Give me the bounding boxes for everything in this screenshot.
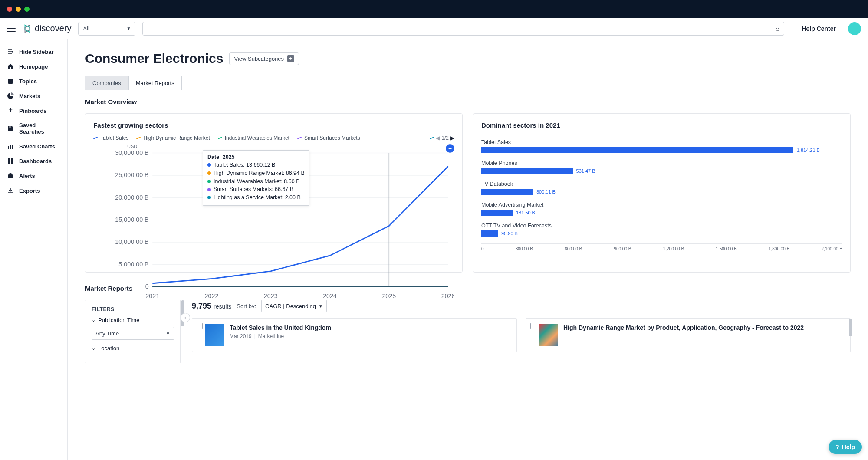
pin-icon bbox=[7, 107, 14, 114]
legend-item[interactable]: Industrial Wearables Market bbox=[218, 135, 289, 141]
bar-label: Mobile Phones bbox=[481, 160, 842, 166]
tab-companies[interactable]: Companies bbox=[85, 76, 128, 90]
legend-item[interactable]: Smart Surfaces Markets bbox=[297, 135, 360, 141]
sidebar-item-label: Pinboards bbox=[19, 108, 47, 114]
tab-market-reports[interactable]: Market Reports bbox=[128, 76, 182, 90]
sort-value: CAGR | Descending bbox=[265, 303, 316, 309]
sidebar-item-saved-charts[interactable]: Saved Charts bbox=[0, 139, 67, 154]
legend-swatch-icon bbox=[93, 137, 98, 139]
sidebar-item-topics[interactable]: Topics bbox=[0, 74, 67, 89]
sidebar-item-alerts[interactable]: Alerts bbox=[0, 168, 67, 183]
chevron-left-icon[interactable]: ◀ bbox=[436, 135, 440, 141]
help-widget[interactable]: ? Help bbox=[829, 440, 862, 454]
home-icon bbox=[7, 63, 14, 70]
bar-x-axis: 0300.00 B600.00 B900.00 B1,200.00 B1,500… bbox=[481, 243, 842, 251]
brand-logo[interactable]: discovery bbox=[23, 23, 71, 33]
bar-row[interactable]: Mobile Phones 531.47 B bbox=[481, 160, 842, 174]
sidebar-item-exports[interactable]: Exports bbox=[0, 183, 67, 198]
svg-text:15,000.00 B: 15,000.00 B bbox=[115, 216, 148, 223]
line-chart[interactable]: USD 05,000.00 B10,000.00 B15,000.00 B20,… bbox=[93, 144, 454, 256]
svg-text:10,000.00 B: 10,000.00 B bbox=[115, 238, 148, 245]
window-zoom-button[interactable] bbox=[24, 7, 30, 12]
bar-chart[interactable]: Tablet Sales 1,814.21 B Mobile Phones 53… bbox=[481, 135, 842, 264]
sidebar-item-label: Topics bbox=[19, 78, 37, 85]
sidebar-item-label: Saved Charts bbox=[19, 143, 55, 150]
svg-text:20,000.00 B: 20,000.00 B bbox=[115, 194, 148, 201]
legend-item[interactable]: Tablet Sales bbox=[93, 135, 128, 141]
bar-value: 1,814.21 B bbox=[797, 148, 820, 153]
collapse-filters-button[interactable]: ‹ bbox=[181, 313, 190, 322]
legend-swatch-icon bbox=[136, 137, 141, 139]
topbar: discovery All ▼ ⌕ Help Center bbox=[0, 18, 868, 39]
sidebar-item-label: Alerts bbox=[19, 173, 35, 179]
svg-text:2022: 2022 bbox=[205, 292, 219, 299]
book-icon bbox=[7, 78, 14, 85]
chevron-down-icon: ⌄ bbox=[92, 345, 95, 351]
legend-item[interactable]: High Dynamic Range Market bbox=[136, 135, 210, 141]
results-count: 9,795 results bbox=[192, 302, 231, 311]
bar-label: Tablet Sales bbox=[481, 139, 842, 145]
report-card[interactable]: High Dynamic Range Market by Product, Ap… bbox=[526, 318, 851, 352]
report-card[interactable]: Tablet Sales in the United Kingdom Mar 2… bbox=[192, 318, 517, 352]
brand-name: discovery bbox=[35, 23, 71, 33]
publication-time-select[interactable]: Any Time ▼ bbox=[92, 327, 174, 340]
user-avatar[interactable] bbox=[848, 22, 861, 35]
card-title: Dominant sectors in 2021 bbox=[481, 122, 842, 129]
filter-location-toggle[interactable]: ⌄ Location bbox=[92, 345, 174, 352]
chevron-down-icon: ▼ bbox=[319, 304, 323, 309]
svg-text:5,000.00 B: 5,000.00 B bbox=[118, 261, 148, 268]
chevron-down-icon: ▼ bbox=[127, 26, 131, 31]
filter-label: Location bbox=[98, 345, 119, 352]
sidebar-item-homepage[interactable]: Homepage bbox=[0, 59, 67, 74]
bar-row[interactable]: Mobile Advertising Market 181.50 B bbox=[481, 202, 842, 216]
sidebar-item-label: Homepage bbox=[19, 63, 48, 70]
plus-icon: + bbox=[287, 55, 294, 62]
scrollbar[interactable] bbox=[849, 319, 852, 336]
bar-row[interactable]: Tablet Sales 1,814.21 B bbox=[481, 139, 842, 153]
add-series-button[interactable]: + bbox=[446, 144, 454, 153]
bar-value: 181.50 B bbox=[516, 210, 535, 215]
filters-panel: FILTERS ⌄ Publication Time Any Time ▼ ⌄ … bbox=[85, 300, 181, 363]
help-center-link[interactable]: Help Center bbox=[802, 25, 836, 32]
report-checkbox[interactable] bbox=[530, 323, 536, 329]
chart-legend: Tablet SalesHigh Dynamic Range MarketInd… bbox=[93, 135, 454, 141]
svg-text:25,000.00 B: 25,000.00 B bbox=[115, 171, 148, 178]
report-checkbox[interactable] bbox=[197, 323, 203, 329]
hide-icon bbox=[7, 48, 14, 55]
sidebar-item-markets[interactable]: Markets bbox=[0, 89, 67, 103]
report-meta: Mar 2019|MarketLine bbox=[230, 333, 331, 339]
fastest-growing-card: Fastest growing sectors Tablet SalesHigh… bbox=[85, 113, 463, 273]
scope-select[interactable]: All ▼ bbox=[78, 22, 135, 36]
sidebar-item-label: Dashboards bbox=[19, 158, 52, 164]
search-input[interactable] bbox=[147, 25, 776, 32]
help-icon: ? bbox=[835, 444, 839, 450]
sidebar-item-saved-searches[interactable]: Saved Searches bbox=[0, 118, 67, 139]
results-panel: 9,795 results Sort by: CAGR | Descending… bbox=[181, 300, 851, 363]
sort-select[interactable]: CAGR | Descending ▼ bbox=[261, 300, 327, 312]
window-titlebar bbox=[0, 0, 868, 18]
legend-swatch-icon bbox=[218, 137, 222, 139]
filter-publication-time-toggle[interactable]: ⌄ Publication Time bbox=[92, 317, 174, 323]
search-bar[interactable]: ⌕ bbox=[142, 22, 784, 36]
sidebar-item-dashboards[interactable]: Dashboards bbox=[0, 154, 67, 168]
dominant-sectors-card: Dominant sectors in 2021 Tablet Sales 1,… bbox=[473, 113, 851, 273]
bar-label: OTT TV and Video Forecasts bbox=[481, 223, 842, 229]
hamburger-menu-button[interactable] bbox=[7, 24, 16, 33]
sidebar-item-label: Saved Searches bbox=[19, 122, 60, 135]
report-thumbnail bbox=[205, 324, 224, 346]
grid-icon bbox=[7, 158, 14, 164]
bar-row[interactable]: OTT TV and Video Forecasts 95.90 B bbox=[481, 223, 842, 237]
chevron-right-icon[interactable]: ▶ bbox=[450, 135, 454, 141]
sidebar-item-hide-sidebar[interactable]: Hide Sidebar bbox=[0, 44, 67, 59]
search-icon[interactable]: ⌕ bbox=[776, 25, 779, 32]
sidebar-item-pinboards[interactable]: Pinboards bbox=[0, 103, 67, 118]
bar-value: 531.47 B bbox=[576, 168, 595, 174]
chevron-down-icon: ▼ bbox=[166, 331, 170, 336]
bar-row[interactable]: TV Databook 300.11 B bbox=[481, 181, 842, 195]
window-close-button[interactable] bbox=[7, 7, 12, 12]
filters-heading: FILTERS bbox=[92, 306, 174, 312]
tabs: CompaniesMarket Reports bbox=[85, 76, 851, 90]
view-subcategories-button[interactable]: View Subcategories + bbox=[229, 52, 299, 65]
help-widget-label: Help bbox=[842, 444, 855, 450]
window-minimize-button[interactable] bbox=[16, 7, 21, 12]
